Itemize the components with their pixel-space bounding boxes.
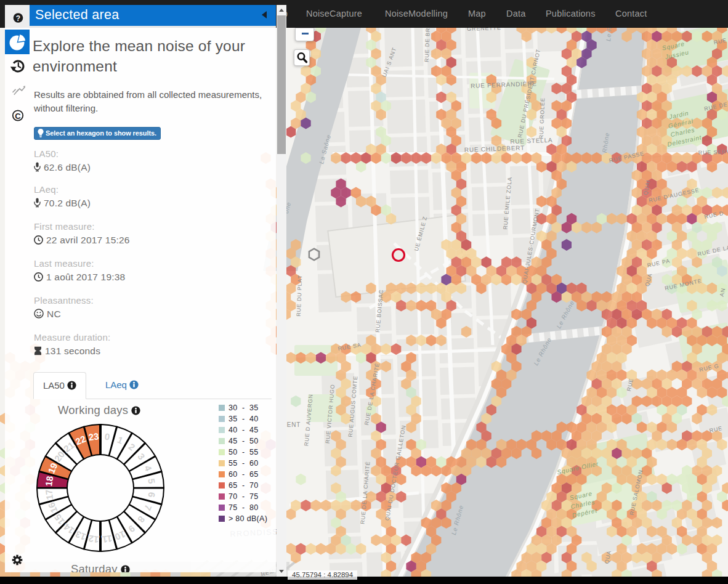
svg-text:12: 12 xyxy=(88,533,100,545)
svg-text:Le R: Le R xyxy=(605,28,613,41)
svg-text:ENT: ENT xyxy=(287,421,301,428)
svg-text:RUE SERVIE: RUE SERVIE xyxy=(698,148,728,156)
svg-text:23: 23 xyxy=(88,431,100,442)
svg-text:C: C xyxy=(15,112,21,121)
svg-text:17: 17 xyxy=(43,489,55,501)
svg-text:18: 18 xyxy=(43,476,55,487)
svg-text:11: 11 xyxy=(102,533,113,545)
svg-text:?: ? xyxy=(16,14,20,23)
